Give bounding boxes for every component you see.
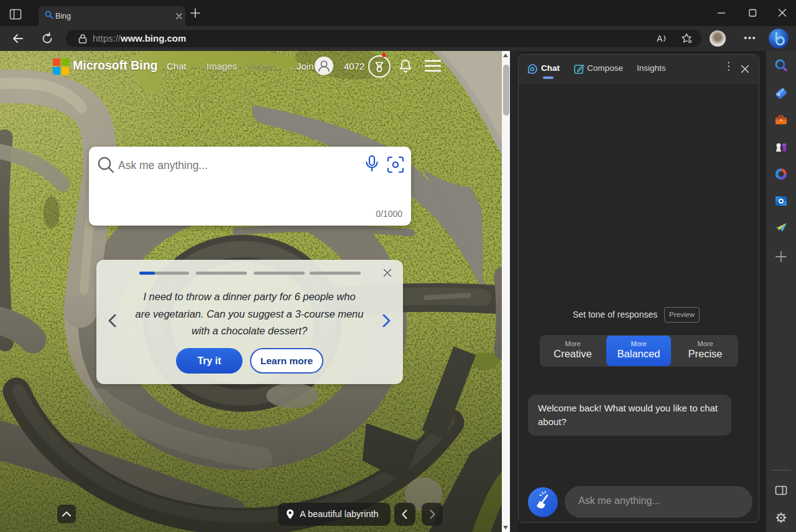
svg-text:A: A (657, 34, 663, 44)
